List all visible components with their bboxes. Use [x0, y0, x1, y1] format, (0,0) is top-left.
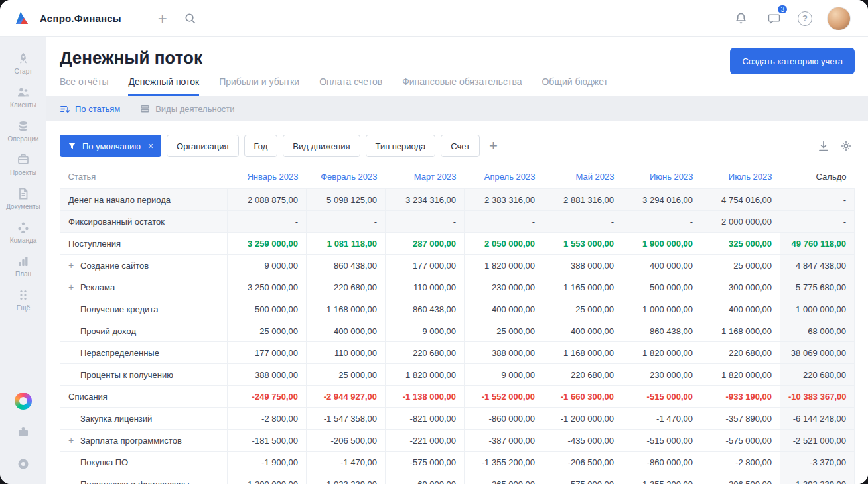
- search-icon[interactable]: [181, 9, 200, 28]
- sidebar-item[interactable]: План: [2, 249, 44, 283]
- value-cell: 25 000,00: [701, 255, 780, 276]
- table-row[interactable]: +Создание сайтов 9 000,00860 438,00177 0…: [60, 255, 855, 276]
- value-cell: 1 900 000,00: [622, 233, 701, 255]
- report-tab[interactable]: Финансовые обязательства: [402, 76, 522, 96]
- aspro-suite-logo-icon[interactable]: [15, 393, 32, 410]
- column-header-month[interactable]: Июль 2023: [701, 166, 780, 189]
- filter-chip[interactable]: Организация: [167, 135, 238, 157]
- report-tab[interactable]: Денежный поток: [128, 76, 199, 96]
- column-header-month[interactable]: Июнь 2023: [622, 166, 701, 189]
- value-cell: -387 000,00: [465, 430, 543, 452]
- value-cell: 5 098 125,00: [307, 189, 386, 211]
- value-cell: -1 552 000,00: [465, 386, 543, 408]
- expand-plus-icon[interactable]: +: [68, 282, 80, 292]
- table-row[interactable]: Проценты к получению 388 000,0025 000,00…: [60, 364, 855, 386]
- sidebar-item[interactable]: Команда: [2, 215, 44, 249]
- app-logo-icon[interactable]: [13, 10, 31, 27]
- sidebar-item[interactable]: Операции: [2, 114, 44, 148]
- value-cell: -860 000,00: [465, 408, 543, 430]
- value-cell: 388 000,00: [228, 364, 307, 386]
- sidebar-item[interactable]: Ещё: [2, 283, 44, 317]
- filter-chip[interactable]: Счет: [441, 135, 480, 157]
- column-header-month[interactable]: Январь 2023: [228, 166, 307, 189]
- view-switcher: По статьям Виды деятельности: [46, 96, 868, 121]
- row-label: Нераспределенные: [80, 348, 159, 358]
- report-tab[interactable]: Прибыли и убытки: [219, 76, 299, 96]
- value-cell: -206 500,00: [307, 430, 386, 452]
- sidebar-item[interactable]: Старт: [2, 46, 44, 80]
- value-cell: -1 138 000,00: [386, 386, 465, 408]
- help-icon[interactable]: ?: [798, 11, 812, 26]
- support-chat-icon[interactable]: [14, 455, 33, 473]
- filter-chip[interactable]: Тип периода: [366, 135, 436, 157]
- active-filter-chip[interactable]: По умолчанию ×: [60, 135, 161, 157]
- brand-name: Аспро.Финансы: [40, 13, 121, 24]
- table-row[interactable]: Денег на начало периода 2 088 875,005 09…: [60, 189, 855, 211]
- add-filter-icon[interactable]: +: [485, 139, 502, 153]
- column-header-month[interactable]: Май 2023: [543, 166, 622, 189]
- report-tab[interactable]: Все отчёты: [60, 76, 108, 96]
- remove-filter-icon[interactable]: ×: [148, 141, 153, 151]
- report-tab[interactable]: Общий бюджет: [542, 76, 607, 96]
- report-tab[interactable]: Оплата счетов: [319, 76, 382, 96]
- value-cell: 25 000,00: [307, 364, 386, 386]
- clients-icon: [17, 86, 30, 99]
- sidebar-item[interactable]: Документы: [2, 182, 44, 215]
- table-row[interactable]: Нераспределенные 177 000,00110 000,00220…: [60, 342, 855, 364]
- row-label: Покупка ПО: [80, 457, 128, 467]
- table-row[interactable]: Прочий доход 25 000,00400 000,009 000,00…: [60, 320, 855, 342]
- value-cell: -1 023 239,00: [307, 473, 386, 484]
- view-tab-activity-types[interactable]: Виды деятельности: [140, 104, 234, 114]
- notifications-bell-icon[interactable]: [731, 9, 750, 28]
- value-cell: -221 000,00: [386, 430, 465, 452]
- expand-plus-icon[interactable]: +: [68, 261, 80, 270]
- table-row[interactable]: Поступления 3 259 000,001 081 118,00287 …: [60, 233, 855, 255]
- saldo-cell: 1 000 000,00: [780, 298, 855, 320]
- download-icon[interactable]: [815, 137, 832, 154]
- create-category-button[interactable]: Создать категорию учета: [730, 48, 855, 74]
- sidebar-item-label: Ещё: [17, 304, 30, 312]
- integrations-icon[interactable]: [14, 423, 33, 442]
- value-cell: -1 200 000,00: [543, 408, 622, 430]
- value-cell: 177 000,00: [228, 342, 307, 364]
- column-header-month[interactable]: Апрель 2023: [465, 166, 543, 189]
- value-cell: -69 000,00: [386, 473, 465, 484]
- table-row[interactable]: +Зарплата программистов -181 500,00-206 …: [60, 430, 855, 452]
- value-cell: -1 200 000,00: [228, 473, 307, 484]
- saldo-cell: 4 847 438,00: [780, 255, 855, 276]
- table-row[interactable]: Получение кредита 500 000,001 168 000,00…: [60, 298, 855, 320]
- table-row[interactable]: Покупка ПО -1 900,00-1 470,00-575 000,00…: [60, 452, 855, 473]
- table-row[interactable]: Закупка лицензий -2 800,00-1 547 358,00-…: [60, 408, 855, 430]
- value-cell: -2 800,00: [701, 452, 780, 473]
- value-cell: 3 259 000,00: [228, 233, 307, 255]
- global-add-button[interactable]: +: [153, 9, 172, 28]
- column-header-saldo[interactable]: Сальдо: [780, 166, 855, 189]
- projects-icon: [17, 153, 30, 166]
- sidebar-item[interactable]: Клиенты: [2, 80, 44, 114]
- value-cell: -206 500,00: [543, 452, 622, 473]
- expand-plus-icon[interactable]: +: [68, 436, 80, 445]
- value-cell: -933 190,00: [701, 386, 780, 408]
- value-cell: 3 294 016,00: [622, 189, 701, 211]
- filter-chip[interactable]: Вид движения: [283, 135, 360, 157]
- settings-gear-icon[interactable]: [837, 137, 855, 154]
- table-row[interactable]: +Реклама 3 250 000,00220 680,00110 000,0…: [60, 276, 855, 298]
- filter-chip[interactable]: Год: [244, 135, 278, 157]
- value-cell: 25 000,00: [543, 298, 622, 320]
- table-row[interactable]: Списания -249 750,00-2 944 927,00-1 138 …: [60, 386, 855, 408]
- value-cell: -575 000,00: [701, 430, 780, 452]
- table-row[interactable]: Фиксированный остаток ------2 000 000,00…: [60, 211, 855, 233]
- value-cell: 1 000 000,00: [622, 298, 701, 320]
- column-header-month[interactable]: Март 2023: [386, 166, 465, 189]
- column-header-month[interactable]: Февраль 2023: [307, 166, 386, 189]
- value-cell: 1 165 000,00: [543, 276, 622, 298]
- value-cell: 1 081 118,00: [307, 233, 386, 255]
- avatar[interactable]: [827, 7, 851, 30]
- team-icon: [17, 221, 30, 234]
- sidebar-item[interactable]: Проекты: [2, 148, 44, 182]
- view-tab-by-items[interactable]: По статьям: [60, 104, 120, 114]
- table-row[interactable]: Подрядчики и фрилансеры -1 200 000,00-1 …: [60, 473, 855, 484]
- row-label: Создание сайтов: [80, 261, 149, 271]
- topbar: Аспро.Финансы + 3: [0, 0, 868, 37]
- saldo-cell: 220 680,00: [780, 364, 855, 386]
